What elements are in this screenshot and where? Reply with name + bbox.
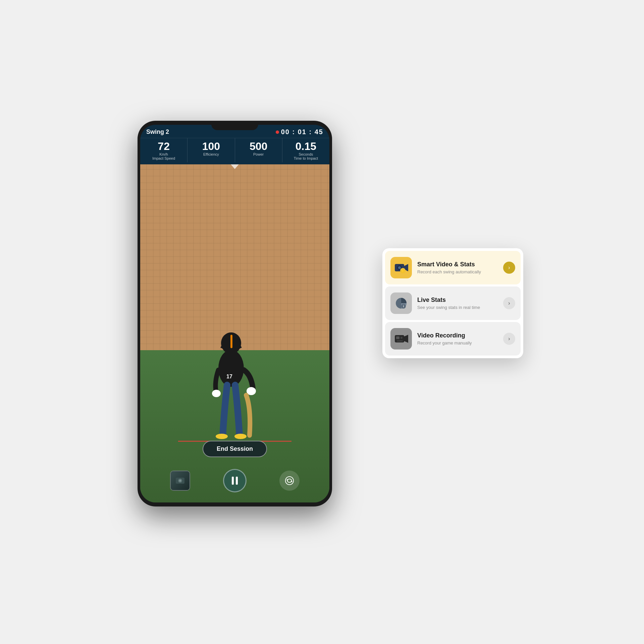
menu-item-live-stats[interactable]: i Live Stats See your swing stats in rea… [385, 286, 521, 320]
stat-efficiency: 100 Efficiency [187, 138, 235, 162]
menu-item-video-recording[interactable]: Video Recording Record your game manuall… [385, 322, 521, 356]
efficiency-value: 100 [189, 141, 233, 152]
phone-notch [211, 121, 258, 130]
svg-rect-25 [396, 336, 399, 339]
svg-text:17: 17 [226, 374, 232, 379]
end-session-button[interactable]: End Session [203, 441, 267, 457]
video-recording-title: Video Recording [417, 332, 503, 339]
phone-device: Swing 2 00 : 01 : 45 72 Km/h Impact Spee… [138, 121, 332, 506]
time-to-impact-unit: Seconds [284, 152, 328, 156]
smart-video-icon-box: ⚡ [390, 257, 412, 278]
video-thumbnail[interactable] [170, 471, 190, 491]
pause-bar-left [232, 477, 234, 485]
phone-screen: Swing 2 00 : 01 : 45 72 Km/h Impact Spee… [140, 125, 329, 502]
timer-display: 00 : 01 : 45 [281, 128, 323, 136]
live-stats-arrow-icon: › [508, 300, 510, 306]
smart-video-arrow-icon: › [508, 265, 510, 271]
svg-point-4 [212, 390, 221, 397]
swing-label: Swing 2 [146, 128, 169, 136]
recording-dot [276, 130, 279, 134]
dropdown-arrow-icon [231, 164, 239, 169]
stat-impact-speed: 72 Km/h Impact Speed [140, 138, 187, 162]
svg-text:i: i [403, 305, 404, 308]
pause-button[interactable] [223, 469, 247, 492]
svg-point-6 [234, 434, 247, 439]
thumbnail-inner [171, 471, 190, 490]
video-recording-subtitle: Record your game manually [417, 340, 503, 345]
svg-point-17 [398, 266, 401, 269]
svg-marker-24 [404, 335, 408, 343]
stats-bar: Swing 2 00 : 01 : 45 72 Km/h Impact Spee… [140, 125, 329, 164]
camera-star-icon: ⚡ [394, 261, 408, 275]
power-label: Power [236, 152, 281, 156]
scene: Swing 2 00 : 01 : 45 72 Km/h Impact Spee… [138, 121, 506, 523]
timer-area: 00 : 01 : 45 [276, 128, 323, 136]
video-recording-arrow-icon: › [508, 336, 510, 342]
svg-marker-12 [286, 479, 287, 481]
efficiency-label: Efficiency [189, 152, 233, 156]
live-stats-subtitle: See your swing stats in real time [417, 305, 503, 310]
time-to-impact-label: Time to Impact [284, 156, 328, 160]
video-recording-arrow[interactable]: › [503, 333, 515, 345]
svg-rect-27 [397, 340, 403, 341]
smart-video-title: Smart Video & Stats [417, 261, 503, 268]
video-camera-icon [394, 332, 408, 346]
live-stats-text: Live Stats See your swing stats in real … [417, 297, 503, 310]
thumbnail-image-icon [175, 476, 185, 486]
menu-item-smart-video[interactable]: ⚡ Smart Video & Stats Record each swing … [385, 251, 521, 284]
stat-power: 500 Power [235, 138, 282, 162]
live-stats-icon-box: i [390, 292, 412, 314]
svg-point-10 [179, 480, 181, 482]
camera-flip-icon [284, 476, 294, 486]
svg-rect-2 [230, 335, 232, 348]
chart-info-icon: i [394, 296, 408, 310]
power-value: 500 [236, 141, 281, 152]
menu-card: ⚡ Smart Video & Stats Record each swing … [382, 248, 523, 358]
smart-video-subtitle: Record each swing automatically [417, 269, 503, 274]
svg-point-0 [218, 350, 244, 387]
player-figure: 17 [194, 308, 268, 449]
svg-point-26 [400, 337, 402, 339]
impact-speed-value: 72 [142, 141, 186, 152]
stat-time-to-impact: 0.15 Seconds Time to Impact [282, 138, 329, 162]
impact-speed-label: Impact Speed [142, 156, 186, 160]
svg-point-5 [216, 434, 228, 439]
pause-icon [232, 477, 238, 485]
pause-bar-right [236, 477, 238, 485]
smart-video-text: Smart Video & Stats Record each swing au… [417, 261, 503, 274]
time-to-impact-value: 0.15 [284, 141, 328, 152]
live-stats-title: Live Stats [417, 297, 503, 304]
video-recording-icon-box [390, 328, 412, 350]
video-recording-text: Video Recording Record your game manuall… [417, 332, 503, 345]
camera-flip-button[interactable] [279, 471, 300, 491]
bottom-controls [140, 469, 329, 492]
stats-row: 72 Km/h Impact Speed 100 Efficiency 500 … [140, 138, 329, 162]
smart-video-arrow[interactable]: › [503, 262, 515, 274]
svg-point-11 [285, 477, 293, 485]
impact-speed-unit: Km/h [142, 152, 186, 156]
svg-text:⚡: ⚡ [401, 269, 405, 273]
live-stats-arrow[interactable]: › [503, 297, 515, 309]
svg-marker-13 [291, 480, 292, 482]
